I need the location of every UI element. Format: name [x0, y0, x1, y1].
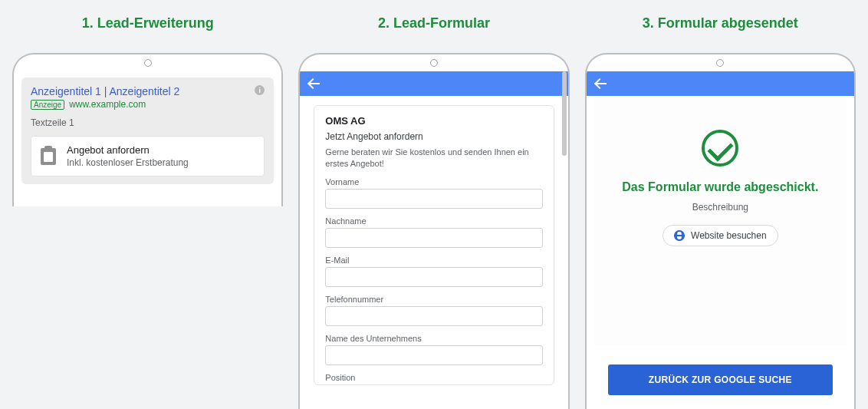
form-subtitle: Jetzt Angebot anfordern	[325, 131, 542, 142]
field-email: E-Mail	[325, 256, 542, 287]
header-bar	[300, 71, 567, 96]
field-label-telefon: Telefonnummer	[325, 295, 542, 304]
visit-website-button[interactable]: Website besuchen	[663, 225, 778, 246]
camera-dot-icon	[430, 59, 438, 67]
column-title-2: 2. Lead-Formular	[378, 15, 490, 31]
success-title: Das Formular wurde abgeschickt.	[622, 180, 818, 194]
field-telefon: Telefonnummer	[325, 295, 542, 326]
ad-title-row: Anzeigentitel 1 | Anzeigentitel 2 i	[31, 85, 265, 97]
phone-screen-2: OMS AG Jetzt Angebot anfordern Gerne ber…	[300, 71, 567, 409]
scrollbar-thumb[interactable]	[562, 71, 567, 156]
phone-notch	[300, 54, 567, 71]
field-position: Position	[325, 373, 542, 382]
ad-title[interactable]: Anzeigentitel 1 | Anzeigentitel 2	[31, 85, 179, 97]
field-label-nachname: Nachname	[325, 216, 542, 226]
field-unternehmen: Name des Unternehmens	[325, 334, 542, 365]
back-arrow-icon[interactable]	[596, 77, 610, 91]
ad-url[interactable]: www.example.com	[69, 99, 146, 110]
phone-screen-1: Anzeigentitel 1 | Anzeigentitel 2 i Anze…	[14, 71, 281, 206]
ad-cta-title: Angebot anfordern	[67, 144, 189, 156]
field-label-unternehmen: Name des Unternehmens	[325, 334, 542, 343]
field-nachname: Nachname	[325, 216, 542, 248]
ad-cta-subtitle: Inkl. kostenloser Erstberatung	[67, 157, 189, 168]
column-title-1: 1. Lead-Erweiterung	[82, 15, 214, 31]
phone-mockup-2: OMS AG Jetzt Angebot anfordern Gerne ber…	[298, 53, 569, 409]
globe-icon	[674, 230, 685, 241]
phone-screen-3: Das Formular wurde abgeschickt. Beschrei…	[587, 71, 854, 409]
phone-mockup-1: Anzeigentitel 1 | Anzeigentitel 2 i Anze…	[12, 53, 283, 206]
header-bar	[587, 71, 854, 96]
ad-card: Anzeigentitel 1 | Anzeigentitel 2 i Anze…	[21, 78, 274, 184]
lead-form-card: OMS AG Jetzt Angebot anfordern Gerne ber…	[314, 105, 554, 385]
scrollbar-track	[562, 71, 567, 409]
field-label-position: Position	[325, 373, 542, 382]
input-nachname[interactable]	[325, 228, 542, 248]
success-check-icon	[702, 130, 738, 167]
phone-notch	[14, 54, 281, 71]
form-company-name: OMS AG	[325, 115, 542, 127]
column-lead-formular: 2. Lead-Formular OMS AG Jetzt Angebot an…	[298, 15, 569, 409]
diagram-stage: 1. Lead-Erweiterung Anzeigentitel 1 | An…	[0, 0, 868, 409]
phone-mockup-3: Das Formular wurde abgeschickt. Beschrei…	[585, 53, 856, 409]
column-lead-erweiterung: 1. Lead-Erweiterung Anzeigentitel 1 | An…	[12, 15, 283, 409]
field-vorname: Vorname	[325, 177, 542, 209]
ad-badge: Anzeige	[31, 100, 64, 110]
input-unternehmen[interactable]	[325, 345, 542, 365]
column-formular-abgesendet: 3. Formular abgesendet Das Formular wurd…	[585, 15, 856, 409]
input-telefon[interactable]	[325, 306, 542, 326]
ad-badge-row: Anzeige www.example.com	[31, 99, 265, 110]
visit-website-label: Website besuchen	[691, 230, 767, 241]
ad-cta-text: Angebot anfordern Inkl. kostenloser Erst…	[67, 144, 189, 168]
success-desc: Beschreibung	[692, 202, 748, 213]
form-intro-text: Gerne beraten wir Sie kostenlos und send…	[325, 147, 542, 170]
back-arrow-icon[interactable]	[309, 77, 323, 91]
camera-dot-icon	[716, 59, 724, 67]
phone-notch	[587, 54, 854, 71]
ad-cta-button[interactable]: Angebot anfordern Inkl. kostenloser Erst…	[31, 136, 265, 176]
field-label-email: E-Mail	[325, 256, 542, 265]
ad-description: Textzeile 1	[31, 117, 265, 128]
info-icon[interactable]: i	[255, 85, 265, 95]
success-panel: Das Formular wurde abgeschickt. Beschrei…	[594, 96, 847, 346]
input-vorname[interactable]	[325, 189, 542, 209]
back-to-search-button[interactable]: ZURÜCK ZUR GOOGLE SUCHE	[608, 364, 833, 395]
field-label-vorname: Vorname	[325, 177, 542, 186]
column-title-3: 3. Formular abgesendet	[643, 15, 798, 31]
input-email[interactable]	[325, 267, 542, 287]
clipboard-icon	[41, 148, 56, 165]
camera-dot-icon	[144, 59, 152, 67]
